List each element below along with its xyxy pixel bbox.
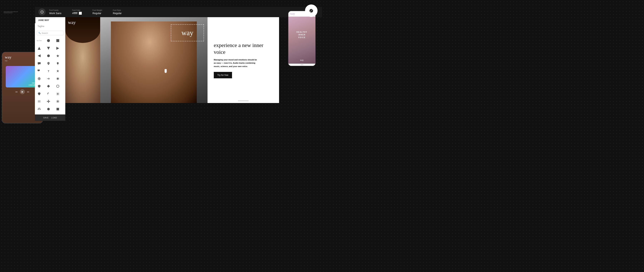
svg-marker-5: [38, 54, 40, 57]
phone-pagination: [300, 64, 304, 65]
shape-square[interactable]: [55, 38, 60, 43]
svg-line-41: [40, 108, 40, 108]
app-sub-label: way: [5, 60, 40, 62]
sidebar-panel: JANE WAY Tagline 🔍 Search No line: [35, 17, 65, 121]
phone-dot-1: [300, 64, 301, 65]
search-input-area[interactable]: 🔍 Search: [37, 31, 64, 35]
app-album-label: FRESH &CONFIDENCE: [7, 82, 38, 86]
font-weight-value[interactable]: Regular: [92, 12, 102, 15]
svg-point-10: [39, 78, 40, 79]
shape-hexagon[interactable]: [46, 53, 51, 58]
shape-speech[interactable]: [37, 68, 42, 74]
decorative-lines: [4, 12, 18, 13]
font-color-value[interactable]: #ffffff: [72, 12, 82, 15]
phone-dot-2: [302, 64, 302, 65]
way-text-dashed: way: [171, 25, 204, 41]
shape-gear[interactable]: [37, 76, 42, 81]
shape-leaf[interactable]: [37, 92, 42, 96]
scroll-indicator: [238, 100, 249, 101]
squarespace-logo[interactable]: [305, 4, 318, 17]
font-family-value[interactable]: Work Sans: [49, 12, 61, 15]
way-logo-left: way: [68, 20, 76, 25]
shape-circle[interactable]: [46, 38, 51, 43]
play-button[interactable]: ▶: [20, 89, 25, 94]
sidebar-item-jane-way[interactable]: JANE WAY: [35, 17, 65, 23]
shape-text-T[interactable]: T: [46, 68, 51, 74]
shape-crescent[interactable]: [46, 92, 51, 96]
shape-circle-2[interactable]: [46, 106, 51, 112]
svg-marker-6: [47, 54, 50, 57]
svg-point-42: [47, 108, 50, 110]
svg-line-24: [57, 94, 57, 95]
svg-marker-7: [56, 54, 59, 57]
svg-rect-1: [56, 39, 59, 42]
shape-flower[interactable]: [46, 99, 51, 104]
play-icon: ▶: [22, 90, 23, 93]
shape-triangle-right[interactable]: [55, 46, 60, 51]
font-color-section: Font Color #ffffff: [72, 9, 82, 15]
font-color-label: Font Color: [72, 9, 82, 11]
svg-line-25: [58, 93, 59, 93]
sidebar-logo[interactable]: [38, 8, 46, 16]
shape-shield[interactable]: [37, 84, 42, 89]
font-style-label: Font Style: [113, 9, 122, 11]
shape-lines[interactable]: [37, 99, 42, 104]
main-hero-photo: way: [100, 17, 208, 103]
svg-point-8: [48, 63, 49, 64]
shape-no-line[interactable]: No line: [37, 38, 42, 43]
phone-face-bg: [288, 17, 316, 64]
top-toolbar: Font Family Work Sans Font Color #ffffff…: [35, 7, 322, 17]
search-placeholder: Search: [42, 32, 48, 34]
svg-line-23: [58, 94, 59, 95]
way-dashed-selection[interactable]: way: [171, 24, 204, 41]
preview-left-photo: way: [65, 17, 100, 103]
sidebar-item-tagline[interactable]: Tagline: [35, 23, 65, 29]
shape-asterisk[interactable]: [55, 76, 60, 81]
phone-image: HEALTHYINNERVOICE way: [288, 17, 316, 64]
shape-lightbulb[interactable]: [55, 61, 60, 66]
shape-triangle-down[interactable]: [46, 46, 51, 51]
save-button[interactable]: SAVE: [43, 116, 49, 119]
svg-point-31: [48, 102, 49, 103]
font-family-section: Font Family Work Sans: [49, 9, 61, 15]
svg-point-0: [47, 39, 50, 42]
search-icon: 🔍: [38, 32, 41, 34]
skip-back-icon[interactable]: ⏮: [15, 90, 18, 93]
shape-snowflake[interactable]: [55, 99, 60, 104]
shape-triangle-left[interactable]: [37, 53, 42, 58]
shape-triangle-up[interactable]: [37, 46, 42, 51]
font-style-section: Font Style Regular: [113, 9, 122, 15]
color-swatch-box[interactable]: [79, 12, 82, 15]
svg-point-32: [47, 101, 48, 102]
shape-chat-bubble[interactable]: [37, 61, 42, 66]
load-button[interactable]: LOAD: [51, 116, 57, 119]
skip-forward-icon[interactable]: ⏭: [27, 90, 30, 93]
svg-line-22: [57, 93, 57, 93]
app-logo: way: [5, 55, 40, 60]
font-style-value[interactable]: Regular: [113, 12, 122, 15]
cta-button[interactable]: Try for free: [214, 72, 232, 78]
svg-text:T: T: [48, 70, 49, 72]
font-family-label: Font Family: [49, 9, 61, 11]
shape-square-2[interactable]: [55, 106, 60, 112]
svg-marker-3: [47, 47, 50, 50]
shape-circle-outline[interactable]: [55, 84, 60, 89]
shape-arrow[interactable]: [46, 76, 51, 81]
shape-location-pin[interactable]: [46, 61, 51, 66]
shapes-grid: No line: [35, 37, 65, 114]
shape-star[interactable]: [55, 53, 60, 58]
app-player: ⏮ ▶ ⏭: [6, 89, 39, 94]
shape-sun[interactable]: [55, 92, 60, 96]
shape-sparkle[interactable]: [55, 68, 60, 74]
svg-point-16: [56, 85, 59, 88]
phone-preview: way ☰ HEALTHYINNERVOICE way: [288, 11, 316, 66]
phone-bottom-bar: [288, 64, 316, 66]
earbud: [164, 69, 167, 73]
font-weight-label: Font Weight: [92, 9, 102, 11]
shape-sunrise[interactable]: [37, 106, 42, 112]
deco-line-2: [4, 13, 12, 13]
shape-diamond[interactable]: [46, 84, 51, 89]
svg-marker-2: [38, 47, 40, 50]
hero-text-content: experience a new inner voice Managing yo…: [208, 17, 279, 103]
app-album-art: FRESH &CONFIDENCE way: [6, 66, 39, 88]
